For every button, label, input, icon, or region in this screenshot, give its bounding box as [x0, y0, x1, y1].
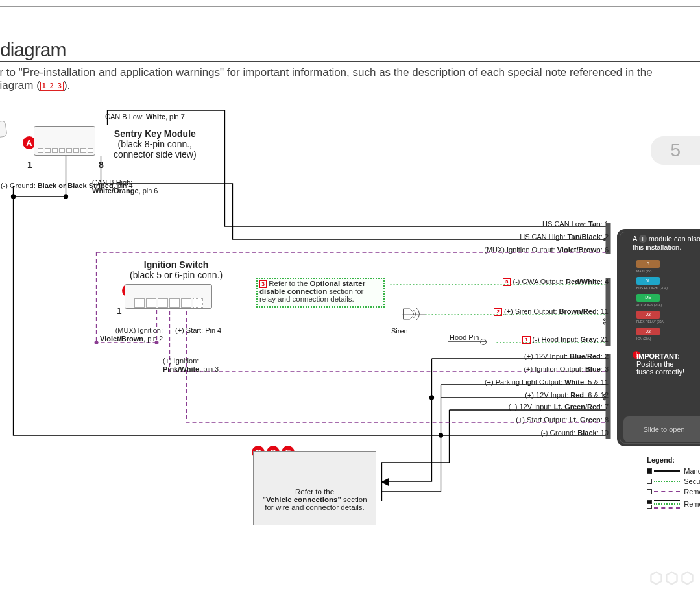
- legend: Legend: Mandat Security Remote Remote: [647, 456, 700, 511]
- fuse-chip: DE: [636, 294, 660, 302]
- wire-label: (MUX) Ignition Output: Violet/Brown: 6: [484, 246, 609, 254]
- ground-label: (-) Ground: Black or Black Striped, pin …: [1, 182, 133, 190]
- svg-point-0: [12, 195, 16, 199]
- wire-label: (+) 12V Input: Blue/Red: 2: [524, 352, 609, 360]
- title-underline: [0, 61, 700, 62]
- wire-label: 2(+) Siren Output: Brown/Red: 11: [494, 308, 609, 316]
- key-icon: [0, 120, 8, 139]
- ignition-pin1: 1: [117, 306, 122, 316]
- wire-label: 3(-) GWA Output: Red/White: 4: [503, 278, 609, 286]
- ignition-plus-label: (+) Ignition:Pink/White, pin 3: [163, 357, 219, 373]
- siren-label: Siren: [391, 327, 408, 335]
- vehicle-connections-box: Refer to the "Vehicle connections" secti…: [253, 451, 376, 525]
- legend-mandatory: Mandat: [647, 466, 700, 476]
- wire-label: (+) Ignition Output: Blue: 3: [524, 365, 609, 373]
- sentry-label: Sentry Key Module (black 8-pin conn., co…: [114, 128, 197, 160]
- diagram-frame: 8 22 12 A Sentry Key Module (black 8-pin…: [0, 96, 700, 563]
- ignition-label: Ignition Switch (black 5 or 6-pin conn.): [130, 259, 223, 280]
- module-top-note: A + module can alsothis installation.: [633, 235, 700, 252]
- ignition-pins: [134, 298, 203, 308]
- svg-point-5: [95, 341, 99, 344]
- fuse-chip: 02: [636, 311, 660, 319]
- control-module: A + module can alsothis installation. 5M…: [617, 229, 700, 446]
- svg-point-1: [64, 195, 68, 199]
- sentry-sub1: (black 8-pin conn.,: [118, 139, 192, 149]
- intro-refs: 1 2 3: [40, 82, 64, 91]
- ignition-sub: (black 5 or 6-pin conn.): [130, 270, 223, 280]
- ignition-title: Ignition Switch: [144, 259, 209, 270]
- mux-ignition-label: (MUX) Ignition:Violet/Brown, pin 2: [100, 326, 163, 343]
- can-b-low-label: CAN B Low: White, pin 7: [105, 113, 185, 121]
- wire-label: 1(-) Hood Input: Gray: 21: [522, 335, 609, 344]
- module-important: IMPORTANT: Position the fuses correctly!: [636, 352, 700, 376]
- fuse-chip: 5: [636, 260, 660, 268]
- intro-post: ).: [64, 79, 70, 91]
- wire-label: HS CAN Low: Tan: 1: [542, 220, 609, 228]
- plus-icon: +: [639, 235, 647, 243]
- start-pin-label: (+) Start: Pin 4: [175, 326, 221, 335]
- optional-starter-box: 3 Refer to the Optional starter disable …: [256, 278, 385, 308]
- svg-point-2: [430, 396, 434, 400]
- svg-point-3: [439, 433, 443, 437]
- wire-label: (-) Ground: Black: 10: [540, 429, 609, 437]
- legend-remote-combo: Remote: [647, 497, 700, 511]
- wire-label: (+) Parking Light Output: White: 5 & 11: [485, 378, 609, 386]
- wire-label: (+) 12V Input: Lt. Green/Red: 7: [509, 403, 609, 411]
- hood-pin-icon: [448, 341, 487, 342]
- legend-remote: Remote: [647, 487, 700, 497]
- legend-header: Legend:: [647, 456, 700, 464]
- sentry-sub2: connector side view): [114, 149, 197, 160]
- top-divider: [0, 6, 700, 7]
- intro-text: er to "Pre-installation and application …: [0, 66, 694, 92]
- wire-label: (+) 12V Input: Red: 6 & 12: [525, 391, 609, 399]
- intro-pre: er to "Pre-installation and application …: [0, 66, 653, 91]
- slide-to-open[interactable]: Slide to open: [623, 416, 700, 442]
- svg-text:22: 22: [603, 317, 610, 325]
- watermark: ⬡⬡⬡: [649, 569, 696, 587]
- fuse-chip: 5L: [636, 277, 660, 285]
- legend-security: Security: [647, 476, 700, 487]
- page-title: diagram: [0, 39, 66, 61]
- fuse-chip: 02: [636, 328, 660, 335]
- sentry-pin1: 1: [27, 160, 32, 170]
- sentry-pins: [38, 148, 93, 153]
- sentry-title: Sentry Key Module: [114, 128, 196, 139]
- wire-label: HS CAN High: Tan/Black: 2: [520, 233, 609, 241]
- wire-label: (+) Start Output: Lt. Green: 8: [516, 416, 609, 424]
- sentry-pin8: 8: [99, 160, 104, 170]
